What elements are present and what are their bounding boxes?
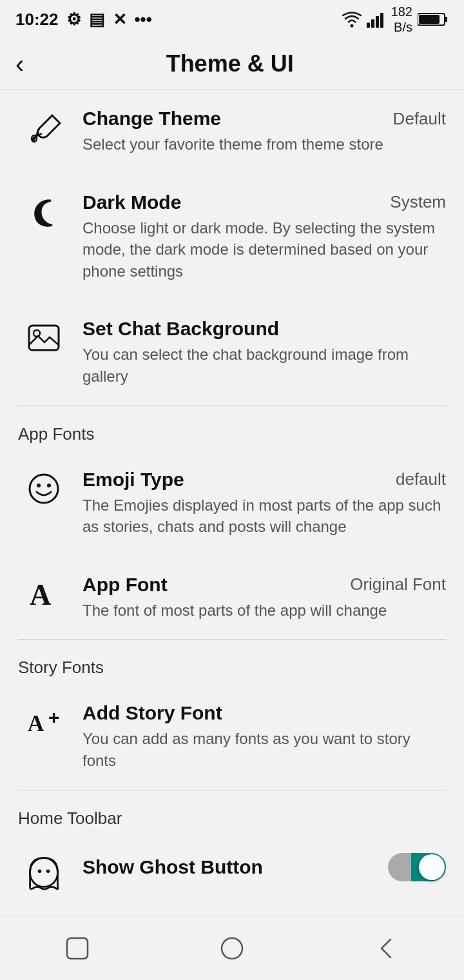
add-story-font-desc: You can add as many fonts as you want to…: [82, 728, 446, 771]
set-chat-bg-desc: You can select the chat background image…: [82, 344, 446, 387]
moon-icon: [18, 194, 70, 229]
story-fonts-label: Story Fonts: [0, 640, 464, 684]
font-plus-icon: A +: [18, 705, 70, 740]
svg-rect-2: [371, 19, 374, 28]
change-theme-value: Default: [393, 109, 446, 129]
set-chat-bg-title: Set Chat Background: [82, 318, 279, 340]
change-theme-content: Change Theme Default Select your favorit…: [82, 108, 446, 155]
font-icon: A: [18, 576, 70, 611]
svg-rect-17: [30, 858, 58, 887]
nav-circle-button[interactable]: [206, 923, 258, 974]
svg-rect-9: [29, 326, 59, 350]
settings-status-icon: ⚙: [66, 10, 81, 30]
page-title: Theme & UI: [37, 50, 423, 77]
dark-mode-value: System: [390, 192, 446, 212]
status-time: 10:22: [15, 10, 59, 30]
emoji-type-item[interactable]: Emoji Type default The Emojies displayed…: [0, 451, 464, 556]
section-appearance: Change Theme Default Select your favorit…: [0, 90, 464, 406]
svg-rect-7: [419, 15, 440, 24]
sim-status-icon: ▤: [89, 10, 105, 30]
ghost-toggle[interactable]: [388, 853, 446, 881]
status-right: 182B/s: [342, 4, 449, 35]
set-chat-bg-content: Set Chat Background You can select the c…: [82, 318, 446, 387]
app-font-value: Original Font: [350, 574, 446, 594]
circle-nav-icon: [217, 933, 247, 964]
toggle-knob: [419, 854, 445, 880]
svg-text:+: +: [48, 707, 60, 728]
dark-mode-item[interactable]: Dark Mode System Choose light or dark mo…: [0, 173, 464, 300]
svg-point-0: [350, 24, 353, 28]
emoji-icon: [18, 471, 70, 506]
back-button[interactable]: ‹: [15, 51, 24, 77]
section-home-toolbar: Home Toolbar Show Ghost Button: [0, 790, 464, 908]
app-font-title: App Font: [82, 574, 168, 596]
ghost-toggle-container: [388, 853, 446, 881]
ghost-icon: [18, 856, 70, 890]
change-theme-title: Change Theme: [82, 108, 221, 130]
dark-mode-content: Dark Mode System Choose light or dark mo…: [82, 191, 446, 282]
dark-mode-title: Dark Mode: [82, 191, 181, 213]
svg-rect-4: [380, 13, 383, 28]
status-bar: 10:22 ⚙ ▤ ✕ ••• 182B/s: [0, 0, 464, 39]
svg-point-21: [222, 938, 242, 959]
image-icon: [18, 320, 70, 355]
add-story-font-item[interactable]: A + Add Story Font You can add as many f…: [0, 684, 464, 789]
bottom-nav: [0, 916, 464, 980]
status-speed: 182B/s: [391, 4, 412, 35]
status-left: 10:22 ⚙ ▤ ✕ •••: [15, 10, 152, 30]
dark-mode-desc: Choose light or dark mode. By selecting …: [82, 217, 446, 282]
add-story-font-title: Add Story Font: [82, 702, 222, 724]
more-status-icon: •••: [135, 10, 152, 30]
svg-rect-1: [367, 23, 370, 28]
svg-point-19: [46, 869, 50, 873]
app-fonts-label: App Fonts: [0, 406, 464, 451]
emoji-type-desc: The Emojies displayed in most parts of t…: [82, 495, 446, 538]
show-ghost-button-title: Show Ghost Button: [82, 856, 263, 878]
section-app-fonts: App Fonts Emoji Type default The Emojies…: [0, 406, 464, 640]
change-theme-desc: Select your favorite theme from theme st…: [82, 133, 446, 155]
wifi-icon: [342, 11, 362, 28]
svg-text:A: A: [28, 711, 44, 737]
section-story-fonts: Story Fonts A + Add Story Font You can a…: [0, 640, 464, 789]
emoji-type-value: default: [396, 469, 446, 489]
svg-text:A: A: [30, 578, 51, 611]
emoji-type-content: Emoji Type default The Emojies displayed…: [82, 469, 446, 538]
change-theme-item[interactable]: Change Theme Default Select your favorit…: [0, 90, 464, 173]
app-font-item[interactable]: A App Font Original Font The font of mos…: [0, 556, 464, 640]
svg-rect-6: [445, 17, 447, 22]
svg-rect-3: [376, 16, 379, 28]
add-story-font-content: Add Story Font You can add as many fonts…: [82, 702, 446, 771]
signal-icon: [367, 11, 386, 28]
svg-point-11: [30, 475, 58, 503]
app-font-content: App Font Original Font The font of most …: [82, 574, 446, 622]
square-nav-icon: [62, 933, 93, 964]
close-status-icon: ✕: [113, 10, 127, 30]
show-ghost-button-item[interactable]: Show Ghost Button: [0, 835, 464, 908]
nav-back-button[interactable]: [361, 923, 412, 974]
header: ‹ Theme & UI: [0, 39, 464, 90]
nav-square-button[interactable]: [52, 923, 103, 974]
svg-rect-20: [67, 938, 88, 959]
svg-point-12: [37, 484, 41, 487]
svg-point-18: [38, 869, 42, 873]
emoji-type-title: Emoji Type: [82, 469, 184, 491]
app-font-desc: The font of most parts of the app will c…: [82, 600, 446, 622]
set-chat-bg-item[interactable]: Set Chat Background You can select the c…: [0, 300, 464, 405]
battery-icon: [418, 11, 449, 28]
svg-point-10: [34, 330, 40, 337]
brush-icon: [18, 110, 70, 145]
home-toolbar-label: Home Toolbar: [0, 790, 464, 835]
show-ghost-button-content: Show Ghost Button: [82, 853, 446, 881]
back-nav-icon: [371, 933, 402, 964]
main-content: Change Theme Default Select your favorit…: [0, 90, 464, 979]
svg-point-13: [47, 484, 51, 487]
